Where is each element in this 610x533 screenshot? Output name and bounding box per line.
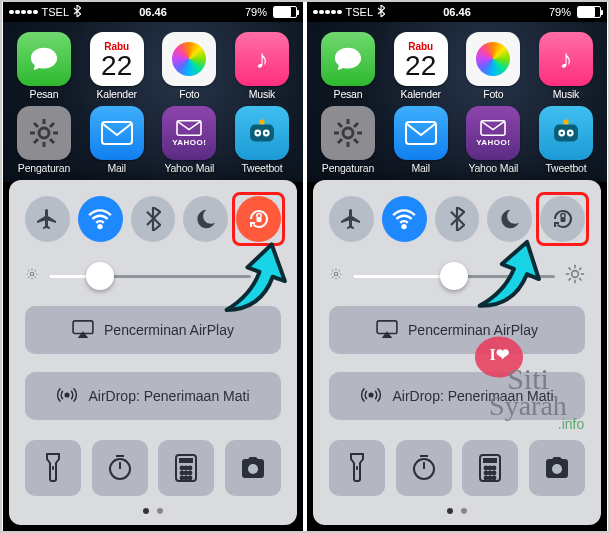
brightness-slider[interactable] (25, 264, 281, 288)
bluetooth-toggle[interactable] (435, 196, 480, 242)
app-messages[interactable]: Pesan (317, 32, 379, 100)
airplay-button[interactable]: Pencerminan AirPlay (329, 306, 585, 354)
app-label: Yahoo Mail (468, 162, 518, 174)
do-not-disturb-toggle[interactable] (183, 196, 228, 242)
svg-line-81 (332, 277, 333, 278)
phone-screenshot-left: TSEL 06.46 79% Pesan Rabu 2 (3, 2, 303, 531)
do-not-disturb-toggle[interactable] (487, 196, 532, 242)
airplay-label: Pencerminan AirPlay (408, 322, 538, 338)
svg-point-47 (189, 467, 192, 470)
app-label: Mail (107, 162, 125, 174)
svg-line-6 (50, 139, 54, 143)
svg-point-104 (489, 472, 492, 475)
airplane-mode-toggle[interactable] (329, 196, 374, 242)
svg-line-80 (339, 277, 340, 278)
svg-point-49 (185, 472, 188, 475)
svg-point-0 (39, 128, 49, 138)
wifi-toggle[interactable] (78, 196, 123, 242)
brightness-track[interactable] (49, 275, 251, 278)
battery-icon (577, 6, 601, 18)
airplane-mode-toggle[interactable] (25, 196, 70, 242)
svg-point-19 (30, 272, 34, 276)
svg-line-7 (34, 139, 38, 143)
svg-line-63 (354, 123, 358, 127)
svg-rect-44 (179, 458, 193, 463)
clock: 06.46 (307, 6, 607, 18)
app-mail[interactable]: Mail (86, 106, 148, 174)
camera-button[interactable] (225, 440, 281, 496)
app-yahoo-mail[interactable]: YAHOO! Yahoo Mail (462, 106, 524, 174)
brightness-slider[interactable] (329, 264, 585, 288)
airdrop-button[interactable]: AirDrop: Penerimaan Mati (25, 372, 281, 420)
svg-rect-66 (554, 125, 578, 142)
photos-icon (162, 32, 216, 86)
svg-line-79 (332, 270, 333, 271)
svg-point-107 (489, 477, 492, 480)
bluetooth-toggle[interactable] (131, 196, 176, 242)
svg-line-90 (569, 278, 571, 280)
airdrop-icon (56, 384, 78, 409)
airplay-button[interactable]: Pencerminan AirPlay (25, 306, 281, 354)
app-label: Pesan (30, 88, 59, 100)
app-label: Pengaturan (18, 162, 70, 174)
svg-point-93 (370, 393, 374, 397)
app-messages[interactable]: Pesan (13, 32, 75, 100)
app-calendar[interactable]: Rabu 22 Kalender (390, 32, 452, 100)
flashlight-button[interactable] (329, 440, 385, 496)
sun-dim-icon (329, 267, 343, 285)
app-tweetbot[interactable]: Tweetbot (535, 106, 597, 174)
photos-icon (466, 32, 520, 86)
calculator-button[interactable] (462, 440, 518, 496)
timer-button[interactable] (396, 440, 452, 496)
airplay-icon (72, 320, 94, 341)
app-mail[interactable]: Mail (390, 106, 452, 174)
svg-line-91 (579, 268, 581, 270)
flashlight-button[interactable] (25, 440, 81, 496)
svg-point-83 (572, 271, 579, 278)
app-label: Pengaturan (322, 162, 374, 174)
control-center: Pencerminan AirPlay AirDrop: Penerimaan … (9, 180, 297, 525)
wifi-toggle[interactable] (382, 196, 427, 242)
app-settings[interactable]: Pengaturan (13, 106, 75, 174)
rotation-lock-toggle[interactable] (236, 196, 281, 242)
status-bar: TSEL 06.46 79% (307, 2, 607, 22)
app-label: Foto (483, 88, 503, 100)
svg-point-74 (334, 272, 338, 276)
brightness-track[interactable] (353, 275, 555, 278)
svg-point-45 (181, 467, 184, 470)
svg-line-36 (275, 268, 277, 270)
airdrop-button[interactable]: AirDrop: Penerimaan Mati (329, 372, 585, 420)
app-photos[interactable]: Foto (158, 32, 220, 100)
svg-rect-9 (102, 122, 132, 144)
mail-icon (90, 106, 144, 160)
svg-point-105 (493, 472, 496, 475)
app-label: Tweetbot (545, 162, 586, 174)
app-calendar[interactable]: Rabu 22 Kalender (86, 32, 148, 100)
svg-line-60 (338, 123, 342, 127)
app-music[interactable]: ♪ Musik (535, 32, 597, 100)
svg-rect-71 (563, 119, 568, 124)
svg-point-46 (185, 467, 188, 470)
mail-icon (394, 106, 448, 160)
calendar-icon: Rabu 22 (90, 32, 144, 86)
rotation-lock-toggle[interactable] (540, 196, 585, 242)
sun-bright-icon (261, 264, 281, 288)
app-photos[interactable]: Foto (462, 32, 524, 100)
page-indicator (25, 508, 281, 514)
svg-point-53 (189, 477, 192, 480)
app-tweetbot[interactable]: Tweetbot (231, 106, 293, 174)
calculator-button[interactable] (158, 440, 214, 496)
app-label: Yahoo Mail (164, 162, 214, 174)
yahoo-mail-icon: YAHOO! (162, 106, 216, 160)
app-yahoo-mail[interactable]: YAHOO! Yahoo Mail (158, 106, 220, 174)
timer-button[interactable] (92, 440, 148, 496)
svg-point-108 (493, 477, 496, 480)
camera-button[interactable] (529, 440, 585, 496)
svg-point-109 (552, 464, 562, 474)
app-settings[interactable]: Pengaturan (317, 106, 379, 174)
svg-point-72 (403, 225, 406, 228)
settings-icon (321, 106, 375, 160)
svg-point-103 (485, 472, 488, 475)
app-music[interactable]: ♪ Musik (231, 32, 293, 100)
svg-point-69 (560, 132, 563, 135)
